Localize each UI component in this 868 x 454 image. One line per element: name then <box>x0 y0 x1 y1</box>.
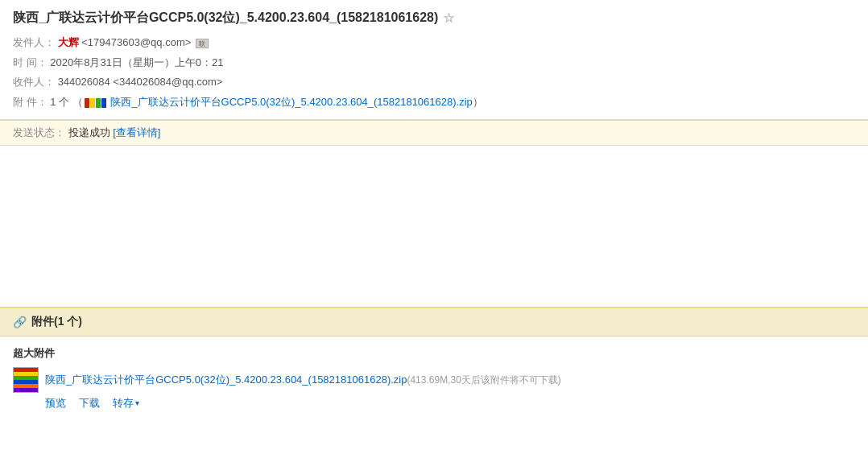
header-attachment-row: 附 件： 1 个 （ 陕西_广联达云计价平台GCCP5.0(32位)_5.420… <box>13 93 855 113</box>
email-container: 陕西_广联达云计价平台GCCP5.0(32位)_5.4200.23.604_(1… <box>0 0 868 454</box>
time-value: 2020年8月31日（星期一）上午0：21 <box>50 56 223 68</box>
header-attachment-link[interactable]: 陕西_广联达云计价平台GCCP5.0(32位)_5.4200.23.604_(1… <box>110 96 472 108</box>
attachment-file: 陕西_广联达云计价平台GCCP5.0(32位)_5.4200.23.604_(1… <box>13 367 855 393</box>
recipient-value: 344026084 <344026084@qq.com> <box>58 76 223 88</box>
super-attachment-label: 超大附件 <box>13 346 855 361</box>
email-header: 陕西_广联达云计价平台GCCP5.0(32位)_5.4200.23.604_(1… <box>0 0 868 120</box>
status-value: 投递成功 <box>68 126 110 138</box>
save-dropdown-arrow[interactable]: ▾ <box>135 398 139 407</box>
star-icon[interactable]: ☆ <box>443 10 454 26</box>
sender-name: 大辉 <box>58 36 79 48</box>
attachments-header: 🔗 附件(1 个) <box>0 308 868 336</box>
email-body <box>0 146 868 307</box>
status-bar: 发送状态： 投递成功 [查看详情] <box>0 120 868 146</box>
email-meta: 发件人： 大辉 <179473603@qq.com> 联 时 间： 2020年8… <box>13 33 855 119</box>
attachment-name-info: 陕西_广联达云计价平台GCCP5.0(32位)_5.4200.23.604_(1… <box>45 373 561 387</box>
status-detail-link[interactable]: [查看详情] <box>113 126 160 138</box>
attachment-filename-link[interactable]: 陕西_广联达云计价平台GCCP5.0(32位)_5.4200.23.604_(1… <box>45 374 407 386</box>
attachments-body: 超大附件 陕西_广联 <box>0 336 868 420</box>
contact-card-icon[interactable]: 联 <box>196 39 209 48</box>
save-button[interactable]: 转存 <box>113 396 134 411</box>
attachment-flag-icon <box>85 98 106 108</box>
sender-label: 发件人： <box>13 36 55 48</box>
email-subject-row: 陕西_广联达云计价平台GCCP5.0(32位)_5.4200.23.604_(1… <box>13 10 855 27</box>
recipient-row: 收件人： 344026084 <344026084@qq.com> <box>13 72 855 93</box>
subject-text: 陕西_广联达云计价平台GCCP5.0(32位)_5.4200.23.604_(1… <box>13 10 438 27</box>
attachment-item: 陕西_广联达云计价平台GCCP5.0(32位)_5.4200.23.604_(1… <box>13 367 855 411</box>
time-row: 时 间： 2020年8月31日（星期一）上午0：21 <box>13 53 855 73</box>
time-label: 时 间： <box>13 56 48 68</box>
attachment-actions: 预览 下载 转存▾ <box>45 396 855 411</box>
attachment-size-info: (413.69M,30天后该附件将不可下载) <box>407 374 560 386</box>
sender-row: 发件人： 大辉 <179473603@qq.com> 联 <box>13 33 855 53</box>
download-button[interactable]: 下载 <box>79 396 100 411</box>
attachments-section: 🔗 附件(1 个) 超大附件 <box>0 307 868 420</box>
zip-file-icon <box>13 367 39 393</box>
paperclip-icon: 🔗 <box>13 316 27 328</box>
attachment-count: 1 个 <box>50 96 69 108</box>
attachments-title: 附件(1 个) <box>31 315 82 329</box>
recipient-label: 收件人： <box>13 76 55 88</box>
attachment-label: 附 件： <box>13 96 48 108</box>
save-with-arrow: 转存▾ <box>113 396 139 411</box>
sender-email: <179473603@qq.com> <box>81 36 191 48</box>
preview-button[interactable]: 预览 <box>45 396 66 411</box>
status-label: 发送状态： <box>13 126 65 138</box>
